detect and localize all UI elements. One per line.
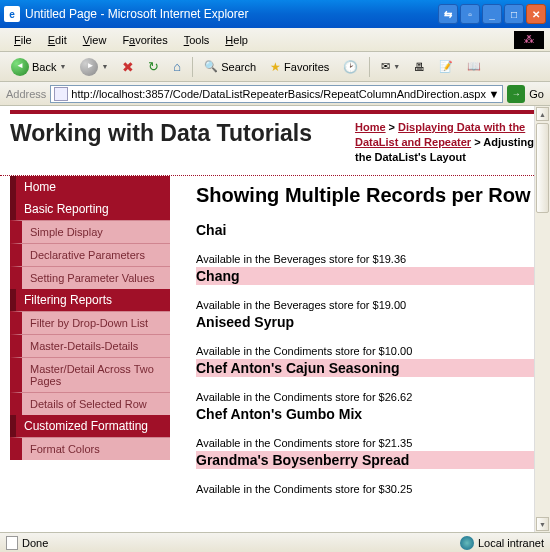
product-name: Grandma's Boysenberry Spread	[196, 451, 542, 469]
edit-button[interactable]: 📝	[434, 58, 458, 75]
vertical-scrollbar[interactable]: ▲ ▼	[534, 106, 550, 532]
window-titlebar: e Untitled Page - Microsoft Internet Exp…	[0, 0, 550, 28]
sidebar-cat-custom[interactable]: Customized Formatting	[10, 415, 170, 437]
favorites-button[interactable]: ★Favorites	[265, 58, 334, 76]
sidebar-item[interactable]: Format Colors	[10, 437, 170, 460]
aux2-button[interactable]: ▫	[460, 4, 480, 24]
chevron-down-icon: ▼	[101, 63, 108, 70]
sidebar: Home Basic Reporting Simple Display Decl…	[10, 176, 170, 506]
back-button[interactable]: Back▼	[6, 56, 71, 78]
menu-help[interactable]: Help	[217, 32, 256, 48]
address-url: http://localhost:3857/Code/DataListRepea…	[71, 88, 486, 100]
throbber-icon: ⁂	[514, 31, 544, 49]
stop-icon: ✖	[122, 59, 134, 75]
favorites-label: Favorites	[284, 61, 329, 73]
go-button[interactable]: →	[507, 85, 525, 103]
address-bar: Address http://localhost:3857/Code/DataL…	[0, 82, 550, 106]
sidebar-item[interactable]: Filter by Drop-Down List	[10, 311, 170, 334]
close-button[interactable]: ✕	[526, 4, 546, 24]
scroll-track[interactable]	[535, 214, 550, 516]
menu-view[interactable]: View	[75, 32, 115, 48]
mail-button[interactable]: ✉▼	[376, 58, 405, 75]
sidebar-item[interactable]: Setting Parameter Values	[10, 266, 170, 289]
address-label: Address	[6, 88, 46, 100]
aux1-button[interactable]: ⇆	[438, 4, 458, 24]
sidebar-cat-filtering[interactable]: Filtering Reports	[10, 289, 170, 311]
separator	[192, 57, 193, 77]
document-icon	[6, 536, 18, 550]
history-button[interactable]: 🕑	[338, 58, 363, 76]
search-icon: 🔍	[204, 60, 218, 73]
scroll-thumb[interactable]	[536, 123, 549, 213]
sidebar-item[interactable]: Master/Detail Across Two Pages	[10, 357, 170, 392]
scroll-up-button[interactable]: ▲	[536, 107, 549, 121]
content-heading: Showing Multiple Records per Row	[196, 184, 542, 207]
research-button[interactable]: 📖	[462, 58, 486, 75]
print-icon: 🖶	[414, 61, 425, 73]
sidebar-item[interactable]: Details of Selected Row	[10, 392, 170, 415]
back-icon	[11, 58, 29, 76]
page-icon	[54, 87, 68, 101]
sidebar-cat-basic[interactable]: Basic Reporting	[10, 198, 170, 220]
scroll-down-button[interactable]: ▼	[536, 517, 549, 531]
product-name: Aniseed Syrup	[196, 313, 542, 331]
maximize-button[interactable]: □	[504, 4, 524, 24]
menubar: File Edit View Favorites Tools Help ⁂	[0, 28, 550, 52]
minimize-button[interactable]: _	[482, 4, 502, 24]
home-icon: ⌂	[173, 59, 181, 74]
status-done: Done	[6, 536, 48, 550]
menu-edit[interactable]: Edit	[40, 32, 75, 48]
menu-favorites[interactable]: Favorites	[114, 32, 175, 48]
product-availability: Available in the Condiments store for $2…	[196, 391, 542, 403]
crumb-home[interactable]: Home	[355, 121, 386, 133]
product-name: Chai	[196, 221, 542, 239]
sidebar-item-home[interactable]: Home	[10, 176, 170, 198]
menu-file[interactable]: File	[6, 32, 40, 48]
product-availability: Available in the Condiments store for $1…	[196, 345, 542, 357]
sidebar-item[interactable]: Master-Details-Details	[10, 334, 170, 357]
star-icon: ★	[270, 60, 281, 74]
separator	[369, 57, 370, 77]
breadcrumb: Home > Displaying Data with the DataList…	[355, 120, 540, 165]
intranet-icon	[460, 536, 474, 550]
stop-button[interactable]: ✖	[117, 57, 139, 77]
window-title: Untitled Page - Microsoft Internet Explo…	[25, 7, 438, 21]
back-label: Back	[32, 61, 56, 73]
statusbar: Done Local intranet	[0, 532, 550, 552]
forward-button[interactable]: ▼	[75, 56, 113, 78]
product-name: Chang	[196, 267, 542, 285]
product-name: Chef Anton's Cajun Seasoning	[196, 359, 542, 377]
search-button[interactable]: 🔍Search	[199, 58, 261, 75]
search-label: Search	[221, 61, 256, 73]
go-label: Go	[529, 88, 544, 100]
product-availability: Available in the Beverages store for $19…	[196, 253, 542, 265]
menu-tools[interactable]: Tools	[176, 32, 218, 48]
toolbar: Back▼ ▼ ✖ ↻ ⌂ 🔍Search ★Favorites 🕑 ✉▼ 🖶 …	[0, 52, 550, 82]
home-button[interactable]: ⌂	[168, 57, 186, 76]
product-name: Chef Anton's Gumbo Mix	[196, 405, 542, 423]
chevron-down-icon: ▼	[59, 63, 66, 70]
refresh-icon: ↻	[148, 59, 159, 74]
refresh-button[interactable]: ↻	[143, 57, 164, 76]
page-header: Working with Data Tutorials Home > Displ…	[0, 114, 550, 176]
sidebar-item[interactable]: Simple Display	[10, 220, 170, 243]
book-icon: 📖	[467, 60, 481, 73]
page-title: Working with Data Tutorials	[10, 120, 339, 165]
mail-icon: ✉	[381, 60, 390, 73]
history-icon: 🕑	[343, 60, 358, 74]
chevron-down-icon[interactable]: ▼	[488, 88, 499, 100]
address-input[interactable]: http://localhost:3857/Code/DataListRepea…	[50, 85, 503, 103]
sidebar-item[interactable]: Declarative Parameters	[10, 243, 170, 266]
product-availability: Available in the Condiments store for $2…	[196, 437, 542, 449]
forward-icon	[80, 58, 98, 76]
viewport: Working with Data Tutorials Home > Displ…	[0, 106, 550, 532]
product-availability: Available in the Condiments store for $3…	[196, 483, 542, 495]
product-availability: Available in the Beverages store for $19…	[196, 299, 542, 311]
ie-icon: e	[4, 6, 20, 22]
print-button[interactable]: 🖶	[409, 59, 430, 75]
status-zone: Local intranet	[460, 536, 544, 550]
edit-icon: 📝	[439, 60, 453, 73]
main-content: Showing Multiple Records per Row ChaiAva…	[170, 176, 550, 506]
